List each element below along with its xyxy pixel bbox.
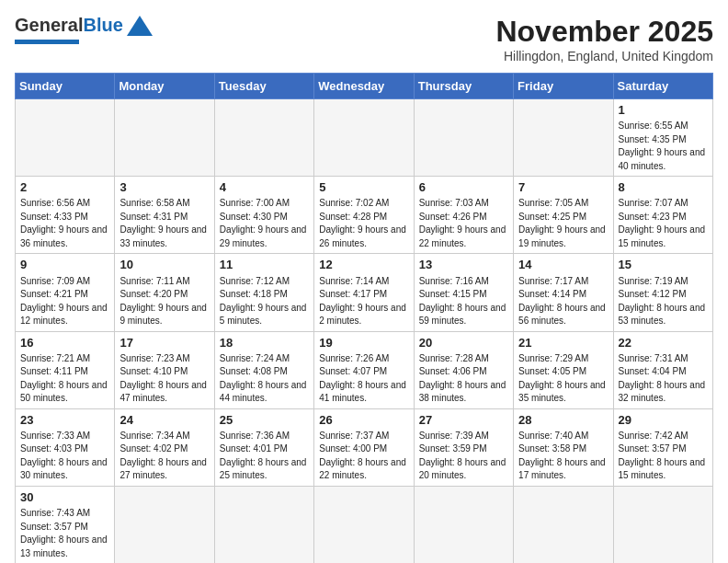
day-info: Sunrise: 7:37 AM Sunset: 4:00 PM Dayligh…: [319, 430, 408, 483]
calendar-day-cell: [514, 486, 613, 563]
calendar-day-cell: 5Sunrise: 7:02 AM Sunset: 4:28 PM Daylig…: [314, 177, 414, 254]
day-number: 16: [20, 335, 109, 351]
calendar-week-row: 30Sunrise: 7:43 AM Sunset: 3:57 PM Dayli…: [16, 486, 713, 563]
day-number: 20: [419, 335, 508, 351]
calendar-day-cell: 9Sunrise: 7:09 AM Sunset: 4:21 PM Daylig…: [16, 254, 115, 331]
day-info: Sunrise: 7:09 AM Sunset: 4:21 PM Dayligh…: [20, 275, 109, 328]
calendar-day-cell: 22Sunrise: 7:31 AM Sunset: 4:04 PM Dayli…: [613, 331, 712, 408]
calendar-day-cell: [115, 99, 214, 177]
day-number: 23: [20, 412, 109, 429]
day-number: 19: [319, 335, 408, 351]
day-info: Sunrise: 7:05 AM Sunset: 4:25 PM Dayligh…: [518, 197, 608, 250]
day-number: 30: [20, 489, 109, 506]
calendar-day-cell: 8Sunrise: 7:07 AM Sunset: 4:23 PM Daylig…: [613, 177, 712, 254]
weekday-header-cell: Wednesday: [314, 74, 414, 99]
calendar-day-cell: 10Sunrise: 7:11 AM Sunset: 4:20 PM Dayli…: [115, 254, 214, 331]
calendar-day-cell: 16Sunrise: 7:21 AM Sunset: 4:11 PM Dayli…: [16, 331, 115, 408]
calendar-day-cell: 24Sunrise: 7:34 AM Sunset: 4:02 PM Dayli…: [115, 408, 214, 486]
day-number: 26: [319, 412, 408, 429]
calendar-day-cell: [314, 486, 414, 563]
calendar-day-cell: 21Sunrise: 7:29 AM Sunset: 4:05 PM Dayli…: [514, 331, 613, 408]
weekday-header-cell: Tuesday: [214, 74, 313, 99]
calendar-day-cell: 26Sunrise: 7:37 AM Sunset: 4:00 PM Dayli…: [314, 408, 414, 486]
day-info: Sunrise: 7:11 AM Sunset: 4:20 PM Dayligh…: [119, 275, 209, 328]
calendar-day-cell: 29Sunrise: 7:42 AM Sunset: 3:57 PM Dayli…: [613, 408, 712, 486]
day-number: 1: [619, 102, 708, 119]
day-info: Sunrise: 7:07 AM Sunset: 4:23 PM Dayligh…: [619, 197, 708, 250]
day-info: Sunrise: 7:12 AM Sunset: 4:18 PM Dayligh…: [220, 275, 309, 328]
day-info: Sunrise: 7:34 AM Sunset: 4:02 PM Dayligh…: [119, 430, 209, 483]
day-number: 14: [518, 257, 608, 273]
day-number: 2: [20, 179, 109, 196]
calendar-day-cell: 6Sunrise: 7:03 AM Sunset: 4:26 PM Daylig…: [414, 177, 513, 254]
day-number: 17: [119, 335, 209, 351]
weekday-header-cell: Friday: [514, 74, 613, 99]
day-info: Sunrise: 7:43 AM Sunset: 3:57 PM Dayligh…: [20, 507, 109, 560]
day-number: 15: [619, 257, 708, 273]
title-block: November 2025 Hillingdon, England, Unite…: [495, 15, 713, 63]
calendar-day-cell: 13Sunrise: 7:16 AM Sunset: 4:15 PM Dayli…: [414, 254, 513, 331]
calendar-week-row: 1Sunrise: 6:55 AM Sunset: 4:35 PM Daylig…: [16, 99, 713, 177]
day-number: 3: [119, 179, 209, 196]
calendar-week-row: 9Sunrise: 7:09 AM Sunset: 4:21 PM Daylig…: [16, 254, 713, 331]
day-info: Sunrise: 7:28 AM Sunset: 4:06 PM Dayligh…: [419, 352, 508, 406]
day-info: Sunrise: 6:55 AM Sunset: 4:35 PM Dayligh…: [619, 120, 708, 173]
day-info: Sunrise: 7:33 AM Sunset: 4:03 PM Dayligh…: [20, 430, 109, 483]
calendar-day-cell: 25Sunrise: 7:36 AM Sunset: 4:01 PM Dayli…: [214, 408, 313, 486]
calendar-day-cell: 14Sunrise: 7:17 AM Sunset: 4:14 PM Dayli…: [514, 254, 613, 331]
calendar-day-cell: 20Sunrise: 7:28 AM Sunset: 4:06 PM Dayli…: [414, 331, 513, 408]
calendar-day-cell: 28Sunrise: 7:40 AM Sunset: 3:58 PM Dayli…: [514, 408, 613, 486]
calendar-day-cell: 17Sunrise: 7:23 AM Sunset: 4:10 PM Dayli…: [115, 331, 214, 408]
calendar-day-cell: [514, 99, 613, 177]
calendar-day-cell: 3Sunrise: 6:58 AM Sunset: 4:31 PM Daylig…: [115, 177, 214, 254]
calendar-table: SundayMondayTuesdayWednesdayThursdayFrid…: [15, 73, 713, 563]
weekday-header-cell: Sunday: [16, 74, 115, 99]
calendar-subtitle: Hillingdon, England, United Kingdom: [495, 49, 713, 63]
day-number: 27: [419, 412, 508, 429]
day-info: Sunrise: 7:21 AM Sunset: 4:11 PM Dayligh…: [20, 352, 109, 406]
calendar-day-cell: 1Sunrise: 6:55 AM Sunset: 4:35 PM Daylig…: [613, 99, 712, 177]
calendar-day-cell: 7Sunrise: 7:05 AM Sunset: 4:25 PM Daylig…: [514, 177, 613, 254]
calendar-day-cell: [414, 486, 513, 563]
calendar-day-cell: [16, 99, 115, 177]
calendar-day-cell: [414, 99, 513, 177]
day-info: Sunrise: 7:14 AM Sunset: 4:17 PM Dayligh…: [319, 275, 408, 328]
day-number: 8: [619, 179, 708, 196]
calendar-day-cell: [214, 486, 313, 563]
weekday-header-cell: Thursday: [414, 74, 513, 99]
calendar-day-cell: 15Sunrise: 7:19 AM Sunset: 4:12 PM Dayli…: [613, 254, 712, 331]
day-info: Sunrise: 6:56 AM Sunset: 4:33 PM Dayligh…: [20, 197, 109, 250]
day-info: Sunrise: 7:29 AM Sunset: 4:05 PM Dayligh…: [518, 352, 608, 406]
day-info: Sunrise: 6:58 AM Sunset: 4:31 PM Dayligh…: [119, 197, 209, 250]
calendar-day-cell: [214, 99, 313, 177]
day-number: 9: [20, 257, 109, 273]
calendar-title: November 2025: [495, 15, 713, 49]
day-number: 4: [220, 179, 309, 196]
day-number: 10: [119, 257, 209, 273]
day-info: Sunrise: 7:31 AM Sunset: 4:04 PM Dayligh…: [619, 352, 708, 406]
calendar-day-cell: 30Sunrise: 7:43 AM Sunset: 3:57 PM Dayli…: [16, 486, 115, 563]
calendar-day-cell: 4Sunrise: 7:00 AM Sunset: 4:30 PM Daylig…: [214, 177, 313, 254]
calendar-day-cell: 19Sunrise: 7:26 AM Sunset: 4:07 PM Dayli…: [314, 331, 414, 408]
day-info: Sunrise: 7:42 AM Sunset: 3:57 PM Dayligh…: [619, 430, 708, 483]
day-number: 11: [220, 257, 309, 273]
day-number: 7: [518, 179, 608, 196]
day-info: Sunrise: 7:24 AM Sunset: 4:08 PM Dayligh…: [220, 352, 309, 406]
day-info: Sunrise: 7:02 AM Sunset: 4:28 PM Dayligh…: [319, 197, 408, 250]
day-number: 25: [220, 412, 309, 429]
logo: GeneralBlue: [15, 15, 153, 44]
day-info: Sunrise: 7:26 AM Sunset: 4:07 PM Dayligh…: [319, 352, 408, 406]
page-header: GeneralBlue November 2025 Hillingdon, En…: [15, 15, 713, 63]
weekday-header-cell: Monday: [115, 74, 214, 99]
logo-text: GeneralBlue: [15, 15, 123, 36]
day-info: Sunrise: 7:39 AM Sunset: 3:59 PM Dayligh…: [419, 430, 508, 483]
day-number: 28: [518, 412, 608, 429]
day-number: 29: [619, 412, 708, 429]
calendar-day-cell: 27Sunrise: 7:39 AM Sunset: 3:59 PM Dayli…: [414, 408, 513, 486]
day-number: 12: [319, 257, 408, 273]
calendar-body: 1Sunrise: 6:55 AM Sunset: 4:35 PM Daylig…: [16, 99, 713, 564]
day-number: 13: [419, 257, 508, 273]
svg-marker-0: [127, 16, 153, 36]
day-number: 22: [619, 335, 708, 351]
calendar-week-row: 16Sunrise: 7:21 AM Sunset: 4:11 PM Dayli…: [16, 331, 713, 408]
